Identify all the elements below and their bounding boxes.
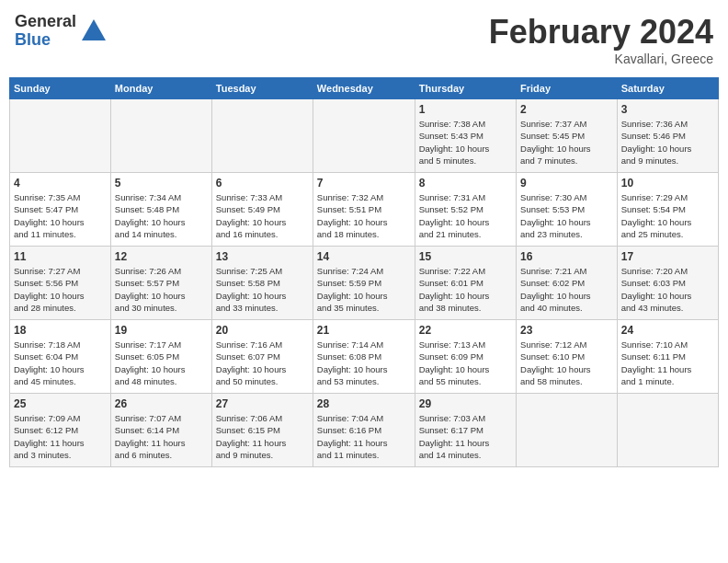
day-number: 11 [14,250,107,263]
calendar-cell: 13Sunrise: 7:25 AM Sunset: 5:58 PM Dayli… [211,247,313,320]
calendar-cell: 18Sunrise: 7:18 AM Sunset: 6:04 PM Dayli… [10,320,111,394]
header-monday: Monday [110,78,211,99]
day-info: Sunrise: 7:36 AM Sunset: 5:46 PM Dayligh… [621,118,714,167]
calendar-cell: 11Sunrise: 7:27 AM Sunset: 5:56 PM Dayli… [10,247,111,320]
header-sunday: Sunday [10,78,111,99]
calendar-cell: 22Sunrise: 7:13 AM Sunset: 6:09 PM Dayli… [415,320,516,394]
day-info: Sunrise: 7:04 AM Sunset: 6:16 PM Dayligh… [317,412,411,461]
day-info: Sunrise: 7:21 AM Sunset: 6:02 PM Dayligh… [520,265,613,314]
day-number: 25 [14,397,107,410]
day-info: Sunrise: 7:30 AM Sunset: 5:53 PM Dayligh… [520,191,613,240]
day-info: Sunrise: 7:09 AM Sunset: 6:12 PM Dayligh… [14,412,107,461]
calendar-cell [313,99,415,173]
header-tuesday: Tuesday [211,78,313,99]
logo-general: General [15,13,76,31]
day-number: 8 [419,177,512,190]
day-info: Sunrise: 7:25 AM Sunset: 5:58 PM Dayligh… [216,265,309,314]
day-number: 17 [621,250,714,263]
header-wednesday: Wednesday [313,78,415,99]
calendar-cell: 1Sunrise: 7:38 AM Sunset: 5:43 PM Daylig… [415,99,516,173]
calendar-cell: 9Sunrise: 7:30 AM Sunset: 5:53 PM Daylig… [517,173,618,247]
day-info: Sunrise: 7:26 AM Sunset: 5:57 PM Dayligh… [115,265,208,314]
day-number: 29 [419,397,512,410]
calendar-cell: 17Sunrise: 7:20 AM Sunset: 6:03 PM Dayli… [617,247,718,320]
calendar-cell: 15Sunrise: 7:22 AM Sunset: 6:01 PM Dayli… [415,247,516,320]
day-number: 14 [317,250,411,263]
day-number: 23 [520,324,613,337]
calendar-cell: 20Sunrise: 7:16 AM Sunset: 6:07 PM Dayli… [211,320,313,394]
calendar-cell: 21Sunrise: 7:14 AM Sunset: 6:08 PM Dayli… [313,320,415,394]
calendar-cell: 10Sunrise: 7:29 AM Sunset: 5:54 PM Dayli… [617,173,718,247]
day-number: 26 [115,397,208,410]
day-number: 9 [520,177,613,190]
calendar-cell: 26Sunrise: 7:07 AM Sunset: 6:14 PM Dayli… [110,394,211,467]
calendar-cell: 14Sunrise: 7:24 AM Sunset: 5:59 PM Dayli… [313,247,415,320]
day-info: Sunrise: 7:27 AM Sunset: 5:56 PM Dayligh… [14,265,107,314]
logo-icon [80,17,108,45]
calendar-cell [10,99,111,173]
title-month: February 2024 [489,13,713,52]
calendar-cell: 4Sunrise: 7:35 AM Sunset: 5:47 PM Daylig… [10,173,111,247]
day-number: 6 [216,177,309,190]
day-number: 21 [317,324,411,337]
calendar-cell: 2Sunrise: 7:37 AM Sunset: 5:45 PM Daylig… [517,99,618,173]
day-info: Sunrise: 7:24 AM Sunset: 5:59 PM Dayligh… [317,265,411,314]
day-number: 20 [216,324,309,337]
calendar-cell: 25Sunrise: 7:09 AM Sunset: 6:12 PM Dayli… [10,394,111,467]
week-row-0: 1Sunrise: 7:38 AM Sunset: 5:43 PM Daylig… [10,99,719,173]
week-row-3: 18Sunrise: 7:18 AM Sunset: 6:04 PM Dayli… [10,320,719,394]
logo-blue: Blue [15,31,76,50]
day-number: 16 [520,250,613,263]
header-saturday: Saturday [617,78,718,99]
calendar-cell [211,99,313,173]
day-number: 4 [14,177,107,190]
day-number: 5 [115,177,208,190]
calendar-header-row: SundayMondayTuesdayWednesdayThursdayFrid… [10,78,719,99]
title-location: Kavallari, Greece [489,52,713,66]
svg-marker-0 [82,19,106,40]
day-info: Sunrise: 7:29 AM Sunset: 5:54 PM Dayligh… [621,191,714,240]
day-info: Sunrise: 7:16 AM Sunset: 6:07 PM Dayligh… [216,339,309,387]
header-friday: Friday [517,78,618,99]
title-block: February 2024 Kavallari, Greece [489,13,713,66]
day-info: Sunrise: 7:14 AM Sunset: 6:08 PM Dayligh… [317,339,411,387]
day-number: 24 [621,324,714,337]
day-number: 12 [115,250,208,263]
day-number: 28 [317,397,411,410]
calendar-cell [110,99,211,173]
day-info: Sunrise: 7:34 AM Sunset: 5:48 PM Dayligh… [115,191,208,240]
day-number: 18 [14,324,107,337]
day-info: Sunrise: 7:20 AM Sunset: 6:03 PM Dayligh… [621,265,714,314]
day-number: 15 [419,250,512,263]
day-info: Sunrise: 7:17 AM Sunset: 6:05 PM Dayligh… [115,339,208,387]
week-row-2: 11Sunrise: 7:27 AM Sunset: 5:56 PM Dayli… [10,247,719,320]
calendar-cell: 24Sunrise: 7:10 AM Sunset: 6:11 PM Dayli… [617,320,718,394]
calendar-cell: 7Sunrise: 7:32 AM Sunset: 5:51 PM Daylig… [313,173,415,247]
calendar-cell [617,394,718,467]
calendar-cell: 5Sunrise: 7:34 AM Sunset: 5:48 PM Daylig… [110,173,211,247]
day-number: 27 [216,397,309,410]
day-info: Sunrise: 7:35 AM Sunset: 5:47 PM Dayligh… [14,191,107,240]
calendar-cell: 23Sunrise: 7:12 AM Sunset: 6:10 PM Dayli… [517,320,618,394]
day-info: Sunrise: 7:22 AM Sunset: 6:01 PM Dayligh… [419,265,512,314]
day-info: Sunrise: 7:37 AM Sunset: 5:45 PM Dayligh… [520,118,613,167]
day-info: Sunrise: 7:31 AM Sunset: 5:52 PM Dayligh… [419,191,512,240]
day-number: 3 [621,103,714,116]
page-header: General Blue February 2024 Kavallari, Gr… [9,9,719,70]
day-info: Sunrise: 7:10 AM Sunset: 6:11 PM Dayligh… [621,339,714,387]
day-info: Sunrise: 7:13 AM Sunset: 6:09 PM Dayligh… [419,339,512,387]
calendar-cell: 3Sunrise: 7:36 AM Sunset: 5:46 PM Daylig… [617,99,718,173]
day-number: 19 [115,324,208,337]
calendar-cell: 8Sunrise: 7:31 AM Sunset: 5:52 PM Daylig… [415,173,516,247]
day-info: Sunrise: 7:06 AM Sunset: 6:15 PM Dayligh… [216,412,309,461]
calendar-cell: 29Sunrise: 7:03 AM Sunset: 6:17 PM Dayli… [415,394,516,467]
day-number: 2 [520,103,613,116]
calendar-cell: 6Sunrise: 7:33 AM Sunset: 5:49 PM Daylig… [211,173,313,247]
header-thursday: Thursday [415,78,516,99]
day-info: Sunrise: 7:03 AM Sunset: 6:17 PM Dayligh… [419,412,512,461]
calendar-cell: 19Sunrise: 7:17 AM Sunset: 6:05 PM Dayli… [110,320,211,394]
calendar-table: SundayMondayTuesdayWednesdayThursdayFrid… [9,77,719,467]
calendar-cell: 12Sunrise: 7:26 AM Sunset: 5:57 PM Dayli… [110,247,211,320]
day-number: 1 [419,103,512,116]
week-row-1: 4Sunrise: 7:35 AM Sunset: 5:47 PM Daylig… [10,173,719,247]
